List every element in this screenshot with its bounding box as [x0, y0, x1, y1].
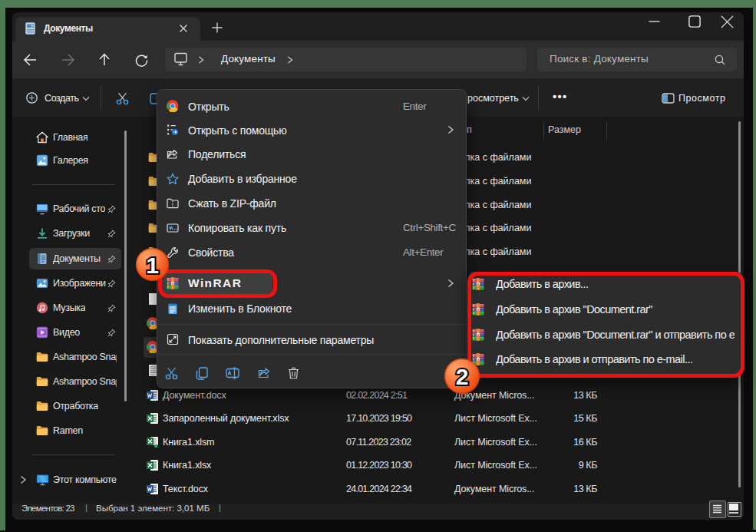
svg-text:1: 1: [146, 252, 159, 277]
svg-text:2: 2: [456, 364, 469, 389]
